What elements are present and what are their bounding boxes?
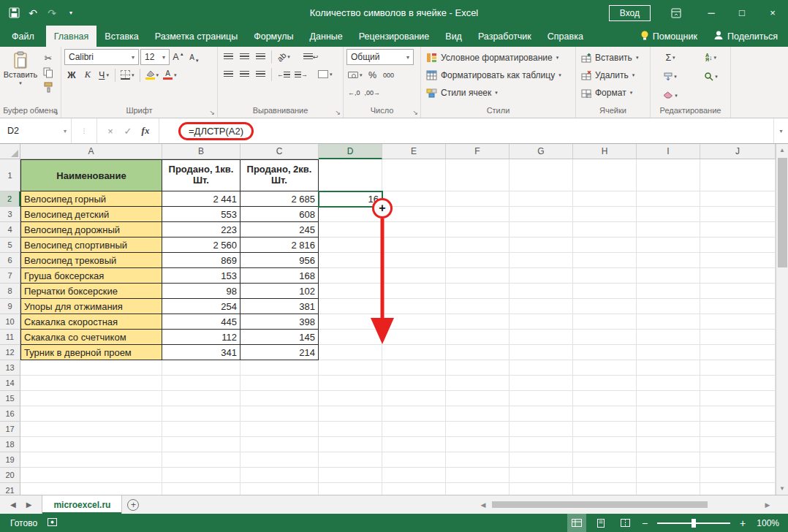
cell-C20[interactable]	[240, 468, 319, 483]
cell-A16[interactable]	[20, 406, 162, 422]
vertical-scrollbar[interactable]: ▲ ▼	[776, 144, 788, 495]
cell-G6[interactable]	[509, 253, 573, 268]
row-header-10[interactable]: 10	[0, 314, 20, 330]
font-color-button[interactable]: А▾	[162, 67, 178, 83]
fill-button[interactable]: ▾	[653, 69, 687, 84]
cell-I17[interactable]	[637, 422, 700, 437]
cell-I5[interactable]	[637, 238, 700, 253]
cell-F10[interactable]	[446, 314, 509, 330]
cell-F3[interactable]	[446, 207, 509, 222]
sign-in-button[interactable]: Вход	[609, 5, 651, 21]
row-header-15[interactable]: 15	[0, 391, 20, 406]
cell-I9[interactable]	[637, 299, 700, 314]
fill-color-button[interactable]: ▾	[144, 67, 161, 83]
cell-E16[interactable]	[382, 406, 446, 422]
decrease-indent-button[interactable]: ←	[276, 66, 292, 82]
row-header-1[interactable]: 1	[0, 159, 20, 191]
cell-J11[interactable]	[700, 330, 776, 345]
assistant-button[interactable]: Помощник	[640, 30, 697, 43]
cell-B16[interactable]	[162, 406, 240, 422]
cell-B4[interactable]: 223	[162, 222, 240, 238]
cell-I1[interactable]	[637, 159, 700, 191]
align-left-button[interactable]	[221, 66, 235, 82]
cell-C13[interactable]	[240, 360, 319, 376]
name-box-dropdown-icon[interactable]: ▾	[64, 128, 71, 134]
cell-C10[interactable]: 398	[240, 314, 319, 330]
cell-I18[interactable]	[637, 437, 700, 452]
select-all-corner[interactable]	[0, 144, 20, 159]
cell-J21[interactable]	[700, 483, 776, 495]
cell-F13[interactable]	[446, 360, 509, 376]
normal-view-button[interactable]	[567, 514, 586, 532]
zoom-in-button[interactable]: +	[738, 517, 748, 529]
row-header-11[interactable]: 11	[0, 330, 20, 345]
cell-J10[interactable]	[700, 314, 776, 330]
vertical-scroll-thumb[interactable]	[778, 158, 787, 267]
sheet-nav-prev-icon[interactable]: ◀	[10, 501, 16, 509]
cell-E14[interactable]	[382, 376, 446, 391]
cell-C17[interactable]	[240, 422, 319, 437]
cell-A19[interactable]	[20, 452, 162, 468]
conditional-formatting-button[interactable]: Условное форматирование▾	[424, 49, 572, 66]
tab-home[interactable]: Главная	[46, 26, 97, 47]
zoom-out-button[interactable]: −	[640, 517, 650, 529]
cell-J9[interactable]	[700, 299, 776, 314]
column-header-G[interactable]: G	[509, 144, 573, 159]
tab-developer[interactable]: Разработчик	[470, 26, 539, 47]
increase-decimal-button[interactable]: ←,0	[346, 85, 362, 100]
cell-G11[interactable]	[509, 330, 573, 345]
column-header-D[interactable]: D	[319, 144, 382, 159]
cell-D16[interactable]	[319, 406, 382, 422]
cell-A12[interactable]: Турник в дверной проем	[20, 345, 162, 360]
cell-J2[interactable]	[700, 191, 776, 207]
insert-cells-button[interactable]: Вставить▾	[579, 49, 647, 66]
cell-B21[interactable]	[162, 483, 240, 495]
cell-J16[interactable]	[700, 406, 776, 422]
cell-C9[interactable]: 381	[240, 299, 319, 314]
cell-B10[interactable]: 445	[162, 314, 240, 330]
row-header-16[interactable]: 16	[0, 406, 20, 422]
bold-button[interactable]: Ж	[64, 67, 79, 83]
row-header-2[interactable]: 2	[0, 191, 20, 207]
cell-E20[interactable]	[382, 468, 446, 483]
cell-F6[interactable]	[446, 253, 509, 268]
cell-G20[interactable]	[509, 468, 573, 483]
cell-I2[interactable]	[637, 191, 700, 207]
font-name-select[interactable]: Calibri▾	[64, 49, 139, 65]
cell-C3[interactable]: 608	[240, 207, 319, 222]
cell-A8[interactable]: Перчатки боксерские	[20, 284, 162, 299]
autosum-button[interactable]: Σ▾	[653, 50, 687, 65]
column-header-F[interactable]: F	[446, 144, 509, 159]
cell-F7[interactable]	[446, 268, 509, 284]
cell-F12[interactable]	[446, 345, 509, 360]
cell-E13[interactable]	[382, 360, 446, 376]
cell-G18[interactable]	[509, 437, 573, 452]
cell-E1[interactable]	[382, 159, 446, 191]
cell-B19[interactable]	[162, 452, 240, 468]
cell-H4[interactable]	[573, 222, 637, 238]
delete-cells-button[interactable]: Удалить▾	[579, 66, 647, 84]
copy-button[interactable]	[41, 66, 56, 79]
cell-J1[interactable]	[700, 159, 776, 191]
cell-D13[interactable]	[319, 360, 382, 376]
name-box[interactable]: D2 ▾	[0, 118, 71, 143]
cell-A2[interactable]: Велосипед горный	[20, 191, 162, 207]
cell-F17[interactable]	[446, 422, 509, 437]
cell-A5[interactable]: Велосипед спортивный	[20, 238, 162, 253]
cell-I7[interactable]	[637, 268, 700, 284]
row-header-12[interactable]: 12	[0, 345, 20, 360]
cell-I6[interactable]	[637, 253, 700, 268]
row-header-5[interactable]: 5	[0, 238, 20, 253]
macro-record-icon[interactable]	[48, 518, 57, 528]
cell-D12[interactable]	[319, 345, 382, 360]
cell-C18[interactable]	[240, 437, 319, 452]
column-header-E[interactable]: E	[382, 144, 446, 159]
cell-I10[interactable]	[637, 314, 700, 330]
enter-icon[interactable]: ✓	[121, 123, 135, 139]
cell-E15[interactable]	[382, 391, 446, 406]
cell-D1[interactable]	[319, 159, 382, 191]
cell-F20[interactable]	[446, 468, 509, 483]
scroll-up-icon[interactable]: ▲	[776, 144, 788, 156]
horizontal-scroll-thumb[interactable]	[492, 501, 708, 508]
formula-bar-collapse-icon[interactable]: ▾	[773, 118, 788, 143]
